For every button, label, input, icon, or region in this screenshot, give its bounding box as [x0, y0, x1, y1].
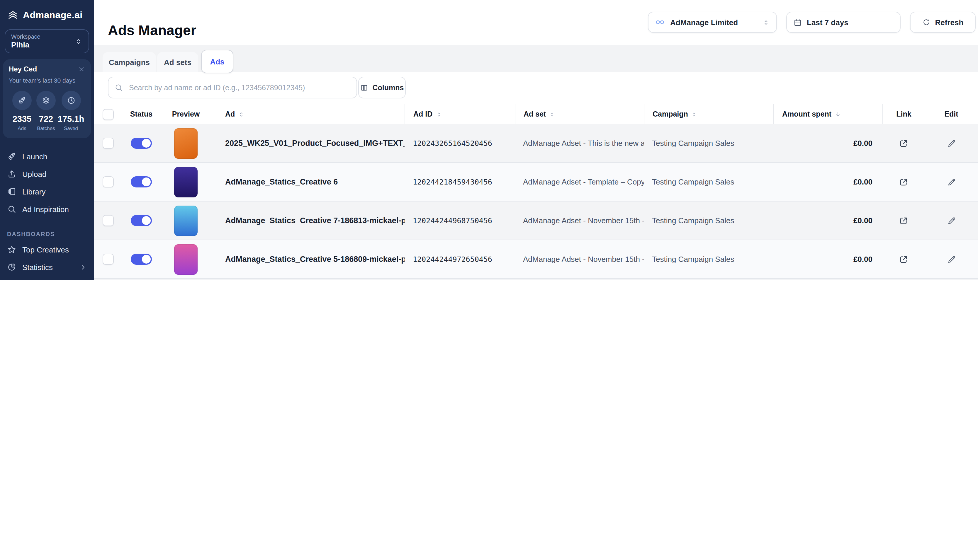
page-title: Ads Manager [108, 22, 196, 39]
link-cell[interactable] [883, 138, 925, 148]
row-checkbox[interactable] [103, 253, 114, 265]
search-icon [114, 83, 123, 92]
pie-chart-icon [7, 262, 17, 272]
clock-icon [67, 96, 75, 105]
workspace-label: Workspace [11, 33, 40, 40]
edit-cell[interactable] [925, 255, 978, 264]
sidebar-item-label: Top Creatives [22, 245, 69, 254]
edit-cell[interactable] [925, 177, 978, 187]
link-cell[interactable] [883, 255, 925, 264]
campaign-name: Testing Campaign Sales [644, 255, 773, 263]
stat-ads-value: 2335 [13, 114, 32, 123]
row-checkbox[interactable] [103, 215, 114, 226]
status-toggle[interactable] [131, 176, 152, 187]
status-toggle[interactable] [131, 253, 152, 265]
ad-set-name: AdManage Adset - This is the new a [515, 139, 644, 148]
column-header-edit: Edit [925, 104, 978, 124]
table-row: AdManage_Statics_Creative 7-186813-micka… [94, 202, 978, 240]
row-checkbox[interactable] [103, 176, 114, 187]
columns-button[interactable]: Columns [358, 77, 406, 98]
columns-label: Columns [373, 83, 404, 92]
dashboards-section-label: DASHBOARDS [0, 218, 94, 241]
column-header-amount-spent[interactable]: Amount spent [773, 104, 883, 124]
stat-ads-label: Ads [18, 125, 26, 131]
table-row: AdManage_Statics_Creative 2 186805 micka… [94, 279, 978, 280]
ad-id: 120244218459430456 [405, 177, 515, 186]
ad-id: 120243265164520456 [405, 139, 515, 148]
refresh-button[interactable]: Refresh [910, 12, 976, 33]
select-all-checkbox[interactable] [102, 109, 114, 120]
sidebar-item-comments[interactable]: Comments [0, 276, 94, 280]
sidebar-item-library[interactable]: Library [0, 183, 94, 200]
tab-ads[interactable]: Ads [201, 50, 233, 73]
amount-spent: £0.00 [773, 255, 883, 263]
close-icon[interactable] [78, 66, 85, 73]
column-header-ad-set[interactable]: Ad set [515, 104, 644, 124]
stat-batches-value: 722 [39, 114, 53, 123]
table-row: AdManage_Statics_Creative 5-186809-micka… [94, 240, 978, 279]
ad-account-name: AdManage Limited [670, 18, 738, 27]
header-controls: AdManage Limited Last 7 days Refresh [648, 12, 976, 33]
ad-name[interactable]: 2025_WK25_V01_Product_Focused_IMG+TEXT_( [211, 139, 405, 148]
date-range-value: Last 7 days [807, 18, 848, 27]
amount-spent: £0.00 [773, 216, 883, 225]
pencil-icon [946, 138, 956, 148]
table-row: AdManage_Statics_Creative 6 120244218459… [94, 163, 978, 202]
link-cell[interactable] [883, 216, 925, 225]
tab-ad-sets[interactable]: Ad sets [157, 52, 198, 72]
refresh-label: Refresh [935, 18, 964, 27]
edit-cell[interactable] [925, 216, 978, 225]
stat-saved: 175.1h Saved [58, 91, 84, 131]
sidebar-item-ad-inspiration[interactable]: Ad Inspiration [0, 200, 94, 218]
greeting-title: Hey Ced [9, 65, 37, 73]
library-icon [7, 187, 17, 196]
ad-name[interactable]: AdManage_Statics_Creative 5-186809-micka… [211, 255, 405, 263]
column-header-status: Status [122, 104, 160, 124]
ad-account-selector[interactable]: AdManage Limited [648, 12, 777, 33]
edit-cell[interactable] [925, 138, 978, 148]
chevron-updown-icon [762, 18, 770, 26]
sort-icon [549, 111, 555, 117]
sidebar-item-launch[interactable]: Launch [0, 148, 94, 165]
column-header-ad[interactable]: Ad [211, 104, 405, 124]
workspace-value: Pihla [11, 40, 40, 49]
column-header-ad-id[interactable]: Ad ID [405, 104, 515, 124]
ad-preview-thumbnail[interactable] [174, 244, 197, 275]
sidebar-item-label: Library [22, 187, 46, 196]
admanage-logo-icon [7, 9, 19, 21]
brand[interactable]: Admanage.ai [0, 0, 94, 21]
link-cell[interactable] [883, 177, 925, 187]
external-link-icon [899, 255, 908, 264]
sidebar-item-upload[interactable]: Upload [0, 165, 94, 183]
ad-preview-thumbnail[interactable] [174, 205, 197, 236]
column-header-campaign[interactable]: Campaign [644, 104, 773, 124]
external-link-icon [899, 216, 908, 225]
row-checkbox[interactable] [103, 138, 114, 149]
amount-spent: £0.00 [773, 139, 883, 148]
ad-preview-thumbnail[interactable] [174, 128, 197, 158]
ad-set-name: AdManage Adset - Template – Copy [515, 177, 644, 186]
team-stats-card: Hey Ced Your team's last 30 days 2335 Ad… [3, 59, 91, 138]
status-toggle[interactable] [131, 138, 152, 149]
search-input[interactable] [128, 83, 351, 92]
pencil-icon [946, 255, 956, 264]
sort-icon [238, 111, 244, 117]
workspace-selector[interactable]: Workspace Pihla [5, 29, 89, 53]
ad-preview-thumbnail[interactable] [174, 167, 197, 197]
campaign-name: Testing Campaign Sales [644, 216, 773, 225]
tab-campaigns[interactable]: Campaigns [103, 52, 156, 72]
stat-saved-value: 175.1h [58, 114, 84, 123]
sidebar-item-top-creatives[interactable]: Top Creatives [0, 241, 94, 258]
ad-name[interactable]: AdManage_Statics_Creative 7-186813-micka… [211, 216, 405, 225]
date-range-selector[interactable]: Last 7 days [786, 12, 901, 33]
search-icon [7, 205, 17, 214]
ad-id: 120244244972650456 [405, 255, 515, 263]
status-toggle[interactable] [131, 215, 152, 226]
chevron-right-icon [79, 263, 87, 271]
ad-name[interactable]: AdManage_Statics_Creative 6 [211, 177, 405, 186]
sidebar-item-statistics[interactable]: Statistics [0, 258, 94, 276]
column-header-preview: Preview [160, 104, 211, 124]
star-icon [7, 245, 17, 254]
sidebar-item-label: Upload [22, 170, 46, 178]
sidebar-item-label: Launch [22, 152, 47, 161]
